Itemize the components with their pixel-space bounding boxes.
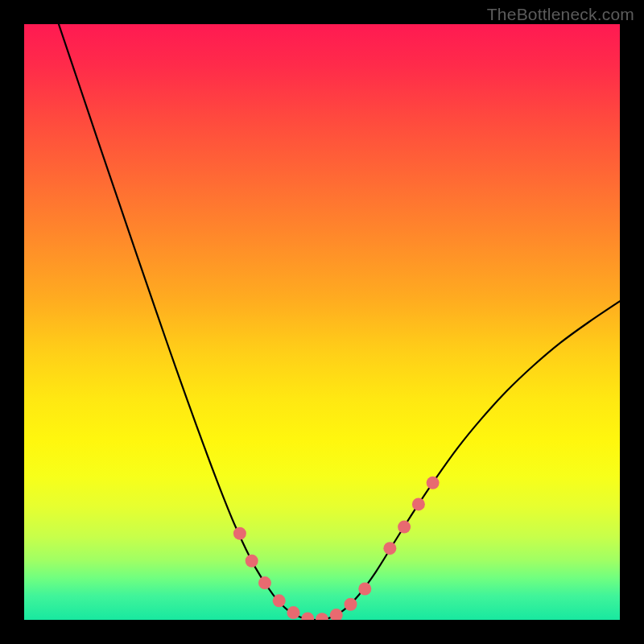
curve-marker [258, 576, 271, 589]
curve-marker [287, 606, 299, 619]
curve-marker [301, 613, 314, 620]
curve-marker [316, 613, 328, 620]
plot-area [24, 24, 620, 620]
curve-marker [358, 583, 371, 596]
chart-frame: TheBottleneck.com [0, 0, 644, 644]
curve-marker [246, 555, 258, 568]
curve-marker [330, 609, 343, 620]
curve-marker [273, 594, 286, 607]
curve-marker [383, 542, 396, 555]
curve-marker [233, 527, 246, 540]
watermark-text: TheBottleneck.com [487, 5, 634, 24]
curve-marker [345, 598, 357, 611]
v-curve [59, 24, 620, 620]
curve-marker [398, 521, 411, 534]
curve-layer [24, 24, 620, 620]
curve-markers [233, 477, 440, 620]
curve-marker [412, 497, 425, 510]
curve-marker [427, 477, 440, 489]
